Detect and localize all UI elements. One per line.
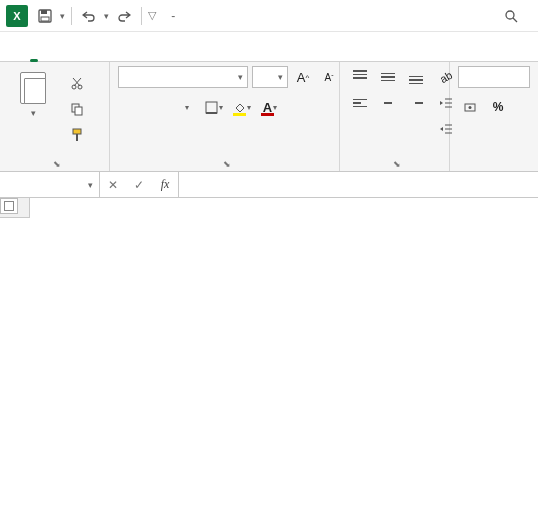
- titlebar: X ▾ ▾ ▽ -: [0, 0, 538, 32]
- formula-bar: ▾ ✕ ✓ fx: [0, 172, 538, 198]
- svg-point-3: [506, 11, 514, 19]
- tab-formulas[interactable]: [98, 51, 102, 61]
- format-painter-button[interactable]: [64, 124, 90, 146]
- cut-button[interactable]: [64, 72, 90, 94]
- svg-rect-1: [41, 10, 47, 14]
- clipboard-dialog-launcher[interactable]: ⬊: [53, 159, 61, 169]
- enter-formula-button[interactable]: ✓: [126, 178, 152, 192]
- svg-rect-10: [75, 107, 82, 115]
- group-number: %: [450, 62, 538, 171]
- align-middle-button[interactable]: [376, 66, 400, 88]
- align-bottom-button[interactable]: [404, 66, 428, 88]
- cancel-formula-button[interactable]: ✕: [100, 178, 126, 192]
- clipboard-icon: [18, 70, 48, 104]
- number-format-combo[interactable]: [458, 66, 530, 88]
- copy-button[interactable]: [64, 98, 90, 120]
- svg-rect-11: [73, 129, 81, 134]
- currency-button[interactable]: [458, 96, 482, 118]
- ribbon-tabs: [0, 32, 538, 62]
- svg-rect-2: [41, 17, 49, 21]
- group-font: ▾ ▾ A^ Aˇ ▾ ▾ ▾ A▾ ⬊: [110, 62, 340, 171]
- bold-button[interactable]: [118, 96, 142, 118]
- decrease-font-button[interactable]: Aˇ: [318, 66, 340, 88]
- fill-color-button[interactable]: ▾: [230, 96, 254, 118]
- svg-point-22: [469, 106, 472, 109]
- group-clipboard: ▾ ⬊: [0, 62, 110, 171]
- borders-button[interactable]: ▾: [202, 96, 226, 118]
- tab-review[interactable]: [142, 51, 146, 61]
- tab-file[interactable]: [10, 51, 14, 61]
- quick-access-toolbar: ▾ ▾ ▽: [34, 5, 156, 27]
- tab-insert[interactable]: [54, 51, 58, 61]
- align-center-button[interactable]: [376, 92, 400, 114]
- svg-rect-13: [206, 102, 217, 113]
- tab-home[interactable]: [32, 51, 36, 61]
- font-color-button[interactable]: A▾: [258, 96, 282, 118]
- worksheet-grid[interactable]: [0, 198, 538, 506]
- window-title: -: [168, 9, 179, 23]
- align-top-button[interactable]: [348, 66, 372, 88]
- font-name-combo[interactable]: ▾: [118, 66, 248, 88]
- underline-button[interactable]: ▾: [174, 96, 198, 118]
- insert-function-button[interactable]: fx: [152, 177, 178, 192]
- percent-button[interactable]: %: [486, 96, 510, 118]
- font-size-combo[interactable]: ▾: [252, 66, 288, 88]
- group-alignment: ab ⬊: [340, 62, 450, 171]
- name-box[interactable]: ▾: [0, 172, 100, 197]
- font-dialog-launcher[interactable]: ⬊: [223, 159, 231, 169]
- paste-options-button[interactable]: [0, 198, 18, 214]
- svg-rect-12: [76, 134, 78, 141]
- ribbon: ▾ ⬊ ▾ ▾ A^ Aˇ ▾ ▾ ▾ A▾: [0, 62, 538, 172]
- align-left-button[interactable]: [348, 92, 372, 114]
- tab-data[interactable]: [120, 51, 124, 61]
- tab-page-layout[interactable]: [76, 51, 80, 61]
- formula-input[interactable]: [179, 172, 538, 197]
- excel-app-icon: X: [6, 5, 28, 27]
- increase-font-button[interactable]: A^: [292, 66, 314, 88]
- paste-button[interactable]: ▾: [8, 66, 58, 122]
- alignment-dialog-launcher[interactable]: ⬊: [393, 159, 401, 169]
- undo-button[interactable]: [78, 5, 100, 27]
- search-button[interactable]: [496, 9, 532, 23]
- svg-line-4: [513, 18, 517, 22]
- redo-button[interactable]: [113, 5, 135, 27]
- save-button[interactable]: [34, 5, 56, 27]
- align-right-button[interactable]: [404, 92, 428, 114]
- italic-button[interactable]: [146, 96, 170, 118]
